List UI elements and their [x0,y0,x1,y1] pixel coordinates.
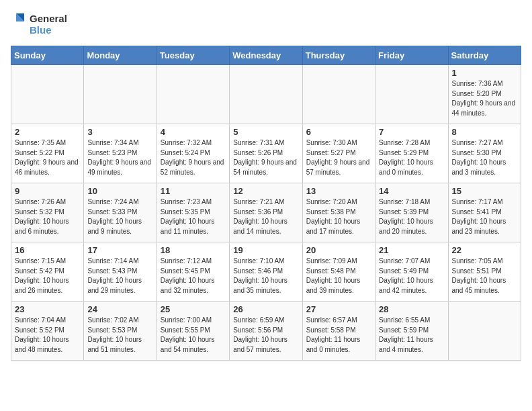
day-number: 3 [87,127,152,137]
calendar-cell: 16Sunrise: 7:15 AM Sunset: 5:42 PM Dayli… [11,242,84,302]
day-number: 18 [161,245,226,255]
calendar-cell: 4Sunrise: 7:32 AM Sunset: 5:24 PM Daylig… [157,124,229,183]
calendar-cell: 2Sunrise: 7:35 AM Sunset: 5:22 PM Daylig… [11,124,84,183]
calendar-cell: 26Sunrise: 6:59 AM Sunset: 5:56 PM Dayli… [230,302,302,361]
day-info: Sunrise: 7:35 AM Sunset: 5:22 PM Dayligh… [15,138,80,177]
calendar-cell: 20Sunrise: 7:09 AM Sunset: 5:48 PM Dayli… [302,242,375,302]
calendar-cell: 5Sunrise: 7:31 AM Sunset: 5:26 PM Daylig… [230,124,302,183]
calendar-cell: 6Sunrise: 7:30 AM Sunset: 5:27 PM Daylig… [302,124,375,183]
day-info: Sunrise: 7:07 AM Sunset: 5:49 PM Dayligh… [379,257,444,295]
calendar-table: SundayMondayTuesdayWednesdayThursdayFrid… [11,46,521,361]
day-info: Sunrise: 7:31 AM Sunset: 5:26 PM Dayligh… [233,138,298,177]
day-number: 20 [306,245,371,255]
day-info: Sunrise: 6:55 AM Sunset: 5:59 PM Dayligh… [379,316,444,355]
day-number: 28 [379,304,444,314]
day-number: 22 [452,245,517,255]
weekday-header-row: SundayMondayTuesdayWednesdayThursdayFrid… [11,46,521,65]
day-number: 13 [306,186,371,196]
day-info: Sunrise: 7:34 AM Sunset: 5:23 PM Dayligh… [87,138,152,177]
day-info: Sunrise: 7:05 AM Sunset: 5:51 PM Dayligh… [452,257,517,295]
logo: General Blue [11,11,78,39]
weekday-header-thursday: Thursday [302,46,375,65]
week-row-1: 1Sunrise: 7:36 AM Sunset: 5:20 PM Daylig… [11,65,521,124]
weekday-header-saturday: Saturday [448,46,521,65]
calendar-cell: 25Sunrise: 7:00 AM Sunset: 5:55 PM Dayli… [157,302,229,361]
week-row-4: 16Sunrise: 7:15 AM Sunset: 5:42 PM Dayli… [11,242,521,302]
calendar-cell: 14Sunrise: 7:18 AM Sunset: 5:39 PM Dayli… [375,183,448,242]
weekday-header-friday: Friday [375,46,448,65]
calendar-cell: 27Sunrise: 6:57 AM Sunset: 5:58 PM Dayli… [302,302,375,361]
calendar-cell [157,65,229,124]
svg-text:General: General [30,13,67,24]
day-number: 25 [161,304,226,314]
calendar-cell: 9Sunrise: 7:26 AM Sunset: 5:32 PM Daylig… [11,183,84,242]
day-info: Sunrise: 7:18 AM Sunset: 5:39 PM Dayligh… [379,197,444,236]
calendar-cell: 19Sunrise: 7:10 AM Sunset: 5:46 PM Dayli… [230,242,302,302]
calendar-cell: 23Sunrise: 7:04 AM Sunset: 5:52 PM Dayli… [11,302,84,361]
day-info: Sunrise: 7:09 AM Sunset: 5:48 PM Dayligh… [306,257,371,295]
week-row-5: 23Sunrise: 7:04 AM Sunset: 5:52 PM Dayli… [11,302,521,361]
day-info: Sunrise: 7:24 AM Sunset: 5:33 PM Dayligh… [87,197,152,236]
day-info: Sunrise: 7:00 AM Sunset: 5:55 PM Dayligh… [161,316,226,355]
day-number: 17 [87,245,152,255]
calendar-cell: 22Sunrise: 7:05 AM Sunset: 5:51 PM Dayli… [448,242,521,302]
logo-svg: General Blue [11,11,78,39]
calendar-cell: 1Sunrise: 7:36 AM Sunset: 5:20 PM Daylig… [448,65,521,124]
day-info: Sunrise: 7:15 AM Sunset: 5:42 PM Dayligh… [15,257,80,295]
calendar-cell: 8Sunrise: 7:27 AM Sunset: 5:30 PM Daylig… [448,124,521,183]
day-number: 4 [161,127,226,137]
day-info: Sunrise: 7:26 AM Sunset: 5:32 PM Dayligh… [15,197,80,236]
day-info: Sunrise: 7:28 AM Sunset: 5:29 PM Dayligh… [379,138,444,177]
calendar-cell: 7Sunrise: 7:28 AM Sunset: 5:29 PM Daylig… [375,124,448,183]
calendar-cell: 28Sunrise: 6:55 AM Sunset: 5:59 PM Dayli… [375,302,448,361]
weekday-header-wednesday: Wednesday [230,46,302,65]
day-number: 16 [15,245,80,255]
calendar-cell [230,65,302,124]
day-number: 26 [233,304,298,314]
day-info: Sunrise: 7:12 AM Sunset: 5:45 PM Dayligh… [161,257,226,295]
week-row-2: 2Sunrise: 7:35 AM Sunset: 5:22 PM Daylig… [11,124,521,183]
day-number: 5 [233,127,298,137]
day-number: 11 [161,186,226,196]
header: General Blue [11,11,521,39]
day-info: Sunrise: 7:02 AM Sunset: 5:53 PM Dayligh… [87,316,152,355]
calendar-cell [375,65,448,124]
day-number: 15 [452,186,517,196]
calendar-cell: 13Sunrise: 7:20 AM Sunset: 5:38 PM Dayli… [302,183,375,242]
calendar-cell: 3Sunrise: 7:34 AM Sunset: 5:23 PM Daylig… [84,124,157,183]
day-info: Sunrise: 6:57 AM Sunset: 5:58 PM Dayligh… [306,316,371,355]
week-row-3: 9Sunrise: 7:26 AM Sunset: 5:32 PM Daylig… [11,183,521,242]
day-number: 10 [87,186,152,196]
day-info: Sunrise: 7:17 AM Sunset: 5:41 PM Dayligh… [452,197,517,236]
day-info: Sunrise: 7:32 AM Sunset: 5:24 PM Dayligh… [161,138,226,177]
day-info: Sunrise: 7:14 AM Sunset: 5:43 PM Dayligh… [87,257,152,295]
calendar-cell: 15Sunrise: 7:17 AM Sunset: 5:41 PM Dayli… [448,183,521,242]
calendar-cell [84,65,157,124]
calendar-cell: 12Sunrise: 7:21 AM Sunset: 5:36 PM Dayli… [230,183,302,242]
day-info: Sunrise: 7:27 AM Sunset: 5:30 PM Dayligh… [452,138,517,177]
calendar-cell: 10Sunrise: 7:24 AM Sunset: 5:33 PM Dayli… [84,183,157,242]
day-info: Sunrise: 7:36 AM Sunset: 5:20 PM Dayligh… [452,79,517,118]
day-number: 24 [87,304,152,314]
day-info: Sunrise: 7:30 AM Sunset: 5:27 PM Dayligh… [306,138,371,177]
calendar-cell: 21Sunrise: 7:07 AM Sunset: 5:49 PM Dayli… [375,242,448,302]
day-number: 9 [15,186,80,196]
calendar-cell: 17Sunrise: 7:14 AM Sunset: 5:43 PM Dayli… [84,242,157,302]
weekday-header-tuesday: Tuesday [157,46,229,65]
weekday-header-monday: Monday [84,46,157,65]
day-number: 14 [379,186,444,196]
calendar-cell [448,302,521,361]
day-info: Sunrise: 7:21 AM Sunset: 5:36 PM Dayligh… [233,197,298,236]
svg-text:Blue: Blue [30,24,52,36]
day-info: Sunrise: 7:23 AM Sunset: 5:35 PM Dayligh… [161,197,226,236]
calendar-cell: 11Sunrise: 7:23 AM Sunset: 5:35 PM Dayli… [157,183,229,242]
day-info: Sunrise: 6:59 AM Sunset: 5:56 PM Dayligh… [233,316,298,355]
day-number: 2 [15,127,80,137]
day-info: Sunrise: 7:10 AM Sunset: 5:46 PM Dayligh… [233,257,298,295]
calendar-cell [11,65,84,124]
calendar-cell: 24Sunrise: 7:02 AM Sunset: 5:53 PM Dayli… [84,302,157,361]
day-number: 8 [452,127,517,137]
day-number: 12 [233,186,298,196]
day-number: 27 [306,304,371,314]
weekday-header-sunday: Sunday [11,46,84,65]
